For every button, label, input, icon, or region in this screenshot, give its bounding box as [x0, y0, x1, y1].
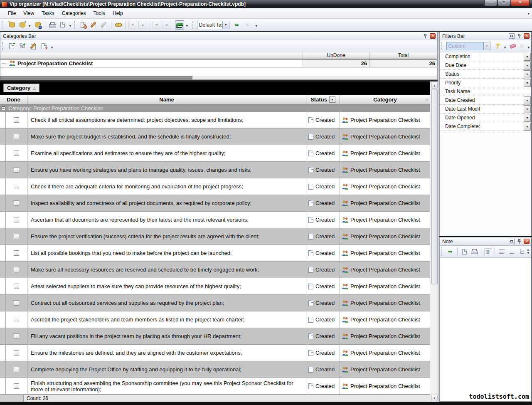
note-restore-icon[interactable] [509, 239, 515, 244]
notebook-dropdown-icon[interactable]: ▼ [185, 24, 189, 28]
task-row[interactable]: Check if there are adequate criteria for… [0, 178, 430, 195]
task-checkbox[interactable] [14, 234, 19, 239]
task-checkbox[interactable] [14, 317, 19, 322]
find-button[interactable] [114, 20, 123, 30]
move-top-button[interactable]: ⏶ [163, 21, 171, 29]
task-name-cell[interactable]: Inspect availability and correctness of … [27, 195, 306, 211]
group-row[interactable]: Category: Project Preparation Checklist [0, 104, 430, 112]
apply-filter-dropdown-icon[interactable]: ▼ [503, 46, 507, 49]
task-checkbox[interactable] [14, 284, 19, 289]
task-checkbox[interactable] [14, 200, 19, 206]
filters-close-icon[interactable]: ✕ [524, 33, 530, 39]
bullet-list-button[interactable] [517, 247, 525, 256]
clear-filter-button[interactable] [509, 42, 517, 51]
task-name-cell[interactable]: Check if all critical assumptions are de… [27, 112, 306, 128]
task-row[interactable]: Examine all specifications and estimates… [0, 145, 430, 162]
task-row[interactable]: Make sure all necessary resources are re… [0, 262, 430, 278]
scrollbar-thumb[interactable] [0, 76, 192, 79]
note-close-icon[interactable]: ✕ [524, 239, 530, 244]
categories-toolbar-overflow-icon[interactable]: ▼ [50, 46, 54, 49]
filter-preset-combobox[interactable]: Custom ▼ [446, 42, 490, 50]
close-button[interactable]: ✕ [511, 0, 530, 6]
new-subcategory-button[interactable] [18, 42, 27, 51]
filter-value-cell[interactable] [480, 79, 524, 87]
task-tools-button[interactable] [99, 20, 108, 30]
task-row[interactable]: Attest selected suppliers to make sure t… [0, 278, 430, 295]
edit-task-button[interactable] [89, 20, 98, 30]
menu-tools[interactable]: Tools [90, 9, 109, 18]
categories-pin-icon[interactable] [422, 33, 428, 39]
scrollbar-thumb[interactable] [431, 89, 438, 284]
filter-dropdown-icon[interactable]: ▼ [524, 53, 531, 61]
save-database-button[interactable] [33, 20, 42, 30]
toolbar-overflow-icon[interactable]: ▼ [255, 24, 258, 28]
print-preview-dropdown-icon[interactable]: ▼ [69, 24, 72, 28]
task-name-cell[interactable]: Ensure the milestones are defined, and t… [27, 345, 306, 361]
note-print-button[interactable] [470, 247, 478, 256]
new-database-button[interactable]: ★ [7, 20, 16, 30]
task-row[interactable]: Ascertain that all documents are represe… [0, 212, 430, 228]
task-checkbox[interactable] [14, 333, 19, 339]
filter-value-cell[interactable] [480, 122, 524, 131]
task-checkbox[interactable] [14, 134, 19, 139]
note-apply-button[interactable]: ➥ [446, 247, 454, 256]
move-down-button[interactable]: ▼ [128, 21, 137, 29]
filters-toolbar-overflow-icon[interactable]: ▼ [527, 46, 530, 49]
print-preview-button[interactable] [58, 20, 67, 30]
task-row[interactable]: Ensure you have working strategies and p… [0, 162, 430, 178]
filter-dropdown-icon[interactable]: ▼ [524, 70, 531, 78]
category-tree-row[interactable]: Project Preparation Checklist 26 26 [0, 59, 437, 67]
align-right-button[interactable] [507, 247, 515, 256]
scroll-down-icon[interactable]: ▼ [431, 395, 438, 401]
open-database-button[interactable]: ➜ [17, 20, 27, 30]
filter-dropdown-icon[interactable]: ▼ [524, 79, 531, 87]
minimize-button[interactable]: — [484, 0, 497, 6]
task-name-cell[interactable]: Examine all specifications and estimates… [27, 145, 306, 161]
note-preview-button[interactable] [461, 247, 468, 256]
insert-template-button[interactable]: ➥ [232, 20, 241, 30]
task-row[interactable]: Fill any vacant positions in the project… [0, 328, 430, 345]
task-row[interactable]: Contract out all outsourced services and… [0, 295, 430, 311]
task-checkbox[interactable] [14, 367, 19, 372]
grid-vertical-scrollbar[interactable]: ▲ ▼ [431, 81, 438, 402]
note-toolbar-overflow-icon[interactable]: »▼ [527, 249, 530, 254]
collapse-group-icon[interactable] [2, 106, 5, 110]
task-name-cell[interactable]: Make sure all necessary resources are re… [27, 262, 306, 278]
categories-horizontal-scrollbar[interactable] [0, 76, 437, 79]
note-content[interactable]: todolistsoft.com [440, 258, 531, 401]
task-row[interactable]: Ensure the milestones are defined, and t… [0, 345, 430, 361]
align-left-button[interactable] [498, 247, 506, 256]
menu-tasks[interactable]: Tasks [38, 9, 58, 18]
status-filter-dropdown-icon[interactable]: ▼ [329, 96, 335, 103]
task-template-combobox[interactable]: Default Task ▼ [197, 21, 229, 29]
task-checkbox[interactable] [14, 250, 19, 256]
task-row[interactable]: Complete deploying the Project Office by… [0, 361, 430, 378]
task-name-cell[interactable]: Attest selected suppliers to make sure t… [27, 278, 306, 294]
task-checkbox[interactable] [14, 217, 19, 222]
filter-value-cell[interactable] [480, 96, 524, 104]
move-up-button[interactable]: ▲ [138, 21, 147, 29]
filter-dropdown-icon[interactable]: ▼ [524, 114, 531, 122]
filters-restore-icon[interactable] [509, 33, 515, 39]
task-checkbox[interactable] [14, 184, 19, 189]
menubar-overflow-icon[interactable]: ▾ [527, 12, 530, 16]
status-column-header[interactable]: Status ▼ [306, 95, 340, 104]
task-row[interactable]: Check if all critical assumptions are de… [0, 112, 430, 128]
total-column-header[interactable]: Total [369, 52, 437, 59]
dock-splitter[interactable] [438, 32, 439, 402]
name-column-header[interactable]: Name [27, 95, 306, 104]
task-checkbox[interactable] [14, 383, 19, 389]
menu-view[interactable]: View [20, 9, 38, 18]
delete-filter-button[interactable]: ✕ [518, 42, 526, 51]
delete-category-button[interactable]: ✕ [39, 42, 49, 51]
filter-preset-dropdown-icon[interactable]: ▼ [483, 42, 490, 50]
menu-help[interactable]: Help [109, 9, 127, 18]
task-name-cell[interactable]: Ascertain that all documents are represe… [27, 212, 306, 228]
undone-column-header[interactable]: UnDone [303, 52, 369, 59]
task-name-cell[interactable]: Check if there are adequate criteria for… [27, 178, 306, 195]
task-name-cell[interactable]: Ensure you have working strategies and p… [27, 162, 306, 178]
task-row[interactable]: Ensure the project verification (success… [0, 228, 430, 245]
task-name-cell[interactable]: Contract out all outsourced services and… [27, 295, 306, 311]
filter-value-cell[interactable] [480, 105, 524, 113]
notebook-view-button[interactable] [175, 20, 184, 30]
